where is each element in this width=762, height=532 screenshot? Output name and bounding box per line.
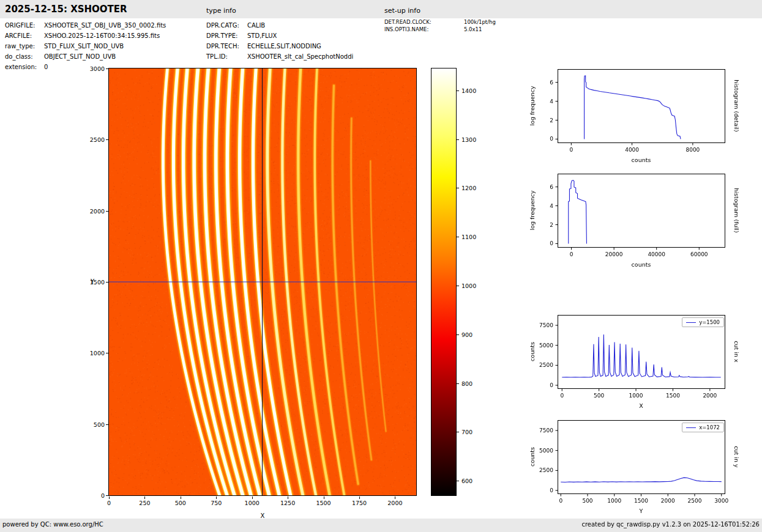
tick-mark xyxy=(457,237,459,237)
tick-label: 1000 xyxy=(245,500,260,506)
tick-mark xyxy=(457,334,459,335)
type-info-column: DPR.CATG:CALIBDPR.TYPE:STD,FLUXDPR.TECH:… xyxy=(206,20,353,62)
info-row: DPR.TYPE:STD,FLUX xyxy=(206,31,353,41)
tick-mark xyxy=(106,495,108,496)
tick-mark xyxy=(106,139,108,140)
raw-frame-image xyxy=(109,68,416,495)
tick-mark xyxy=(457,91,459,91)
qc-report-page: 2025-12-15: XSHOOTER type info set-up in… xyxy=(0,0,762,532)
raw-frame-xlabel: X xyxy=(261,512,265,519)
info-value: ECHELLE,SLIT,NODDING xyxy=(247,41,321,51)
tick-label: 0 xyxy=(107,500,111,506)
tick-label: 750 xyxy=(211,500,222,506)
tick-label: 500 xyxy=(83,421,105,427)
tick-mark xyxy=(144,497,145,499)
colorbar-tick-label: 1200 xyxy=(461,185,476,191)
setup-info-column: DET.READ.CLOCK:100k/1pt/hgINS.OPTI3.NAME… xyxy=(384,19,496,33)
legend-cut-x: y=1500 xyxy=(682,317,724,327)
info-row: INS.OPTI3.NAME:5.0x11 xyxy=(384,26,496,34)
colorbar-tick-label: 1300 xyxy=(461,136,476,142)
tick-label: 2500 xyxy=(83,136,105,143)
tick-mark xyxy=(395,497,395,499)
colorbar xyxy=(431,68,457,496)
info-value: 5.0x11 xyxy=(464,26,482,34)
info-row: TPL.ID:XSHOOTER_slt_cal_SpecphotNoddi xyxy=(206,51,353,62)
colorbar-tick-label: 900 xyxy=(461,331,473,338)
tick-mark xyxy=(457,481,459,481)
info-label: INS.OPTI3.NAME: xyxy=(384,26,464,34)
legend-label: x=1072 xyxy=(699,424,720,430)
tick-label: 2000 xyxy=(83,207,105,214)
raw-frame-ylabel: Y xyxy=(91,278,94,285)
info-label: raw_type: xyxy=(5,41,44,51)
tick-label: 1500 xyxy=(316,500,331,506)
colorbar-gradient xyxy=(431,68,456,495)
colorbar-tick-label: 1400 xyxy=(461,87,476,94)
info-label: TPL.ID: xyxy=(206,51,247,62)
info-value: CALIB xyxy=(247,20,265,31)
tick-mark xyxy=(457,432,459,432)
histogram-detail-plot xyxy=(525,63,741,170)
info-label: do_class: xyxy=(5,51,44,62)
tick-mark xyxy=(106,68,108,69)
tick-mark xyxy=(106,424,108,425)
info-value: STD_FLUX_SLIT_NOD_UVB xyxy=(44,41,124,51)
tick-mark xyxy=(457,286,459,286)
tick-label: 500 xyxy=(175,500,186,506)
info-label: ORIGFILE: xyxy=(5,20,44,31)
type-info-heading: type info xyxy=(206,7,236,15)
colorbar-tick-label: 700 xyxy=(461,429,473,435)
tick-mark xyxy=(106,282,108,283)
info-label: DET.READ.CLOCK: xyxy=(384,19,464,26)
tick-mark xyxy=(324,497,324,499)
tick-mark xyxy=(288,497,288,499)
info-row: do_class:OBJECT_SLIT_NOD_UVB xyxy=(5,51,166,62)
legend-line-sample xyxy=(686,427,696,428)
colorbar-tick-label: 1000 xyxy=(461,282,476,289)
tick-mark xyxy=(181,497,181,499)
tick-label: 3000 xyxy=(83,65,105,72)
tick-mark xyxy=(457,188,459,188)
info-value: 0 xyxy=(44,62,48,72)
info-row: DET.READ.CLOCK:100k/1pt/hg xyxy=(384,19,496,26)
tick-mark xyxy=(106,211,108,212)
info-label: DPR.CATG: xyxy=(206,20,247,31)
legend-cut-y: x=1072 xyxy=(682,423,724,432)
info-row: ORIGFILE:XSHOOTER_SLT_OBJ_UVB_350_0002.f… xyxy=(5,20,166,31)
info-label: DPR.TECH: xyxy=(206,41,247,51)
info-value: XSHOOTER_slt_cal_SpecphotNoddi xyxy=(247,51,353,62)
info-label: ARCFILE: xyxy=(5,31,44,41)
tick-label: 1750 xyxy=(352,500,367,506)
colorbar-tick-label: 1100 xyxy=(461,234,476,240)
colorbar-tick-label: 800 xyxy=(461,380,473,386)
page-title: 2025-12-15: XSHOOTER xyxy=(5,4,127,15)
tick-mark xyxy=(106,353,108,353)
tick-mark xyxy=(457,383,459,384)
info-value: STD,FLUX xyxy=(247,31,277,41)
legend-label: y=1500 xyxy=(699,319,720,325)
file-info-column: ORIGFILE:XSHOOTER_SLT_OBJ_UVB_350_0002.f… xyxy=(5,20,166,72)
histogram-full-plot xyxy=(525,168,741,275)
tick-label: 2000 xyxy=(387,500,402,506)
info-value: XSHOOTER_SLT_OBJ_UVB_350_0002.fits xyxy=(44,20,166,31)
info-value: 100k/1pt/hg xyxy=(464,19,496,26)
info-label: extension: xyxy=(5,62,44,72)
info-label: DPR.TYPE: xyxy=(206,31,247,41)
tick-mark xyxy=(216,497,217,499)
info-row: DPR.CATG:CALIB xyxy=(206,20,353,31)
tick-mark xyxy=(457,139,459,140)
footer-powered-by: powered by QC: www.eso.org/HC xyxy=(2,521,103,528)
tick-mark xyxy=(109,497,110,499)
info-row: ARCFILE:XSHOO.2025-12-16T00:34:15.995.fi… xyxy=(5,31,166,41)
tick-label: 1000 xyxy=(83,350,105,357)
info-value: OBJECT_SLIT_NOD_UVB xyxy=(44,51,116,62)
tick-mark xyxy=(252,497,253,499)
setup-info-heading: set-up info xyxy=(384,7,420,15)
raw-frame-plot xyxy=(108,68,417,496)
tick-mark xyxy=(359,497,360,499)
legend-line-sample xyxy=(686,322,696,323)
tick-label: 0 xyxy=(83,492,105,499)
info-value: XSHOO.2025-12-16T00:34:15.995.fits xyxy=(44,31,160,41)
tick-label: 1250 xyxy=(280,500,295,506)
info-row: DPR.TECH:ECHELLE,SLIT,NODDING xyxy=(206,41,353,51)
